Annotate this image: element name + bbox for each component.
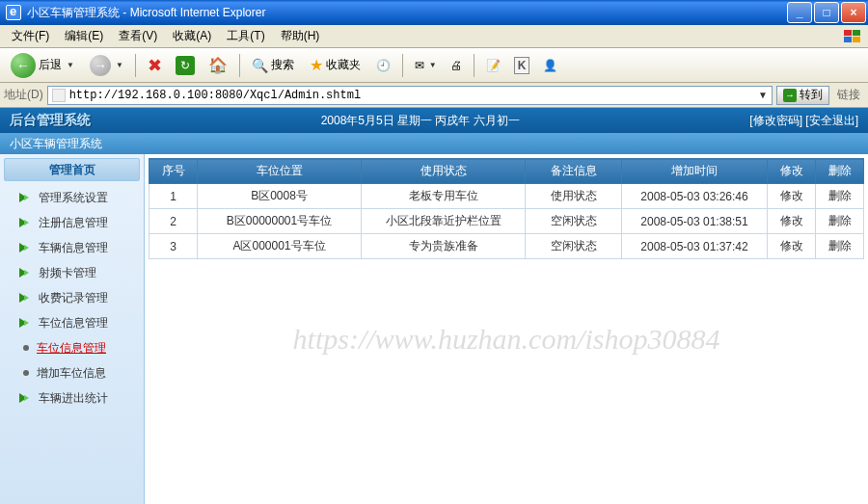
forward-icon: → [90,55,111,76]
forward-dropdown-icon: ▼ [116,61,123,69]
svg-rect-3 [853,37,860,42]
nav-parking-info-manage[interactable]: 车位信息管理 [0,335,144,360]
edit-link[interactable]: 修改 [768,234,816,259]
table-row: 1B区0008号老板专用车位使用状态2008-05-03 03:26:46修改删… [149,184,864,209]
edit-icon: 📝 [486,59,501,72]
print-button[interactable]: 🖨 [446,52,467,79]
col-seq: 序号 [149,159,198,184]
go-button[interactable]: → 转到 [776,86,829,105]
back-button[interactable]: ← 后退 ▼ [6,52,81,79]
go-arrow-icon: → [783,89,797,102]
col-note: 备注信息 [526,159,622,184]
cell-addtime: 2008-05-03 01:38:51 [622,209,768,234]
address-box[interactable]: ▼ [47,86,773,105]
cell-status: 专为贵族准备 [362,234,526,259]
nav-add-parking[interactable]: 增加车位信息 [0,360,144,385]
safe-exit-link[interactable]: [安全退出] [805,114,858,127]
delete-link[interactable]: 删除 [816,184,864,209]
cell-addtime: 2008-05-03 01:37:42 [622,234,768,259]
cell-seq: 2 [149,209,198,234]
menu-help[interactable]: 帮助(H) [273,25,328,47]
refresh-icon: ↻ [176,56,195,75]
edit-link[interactable]: 修改 [768,209,816,234]
stop-button[interactable]: ✖ [143,52,167,79]
history-button[interactable]: 🕘 [371,52,395,79]
table-header-row: 序号 车位位置 使用状态 备注信息 增加时间 修改 删除 [149,159,864,184]
edit-button[interactable]: 📝 [481,52,505,79]
menu-edit[interactable]: 编辑(E) [57,25,111,47]
cell-seq: 1 [149,184,198,209]
links-label[interactable]: 链接 [833,87,864,103]
messenger-icon: 👤 [543,59,557,72]
app-date: 2008年5月5日 星期一 丙戌年 六月初一 [91,113,749,129]
favorites-label: 收藏夹 [326,57,361,73]
search-button[interactable]: 🔍 搜索 [247,52,301,79]
bullet-icon [23,345,29,351]
toolbar-separator [474,54,475,77]
address-dropdown-icon[interactable]: ▼ [758,90,768,100]
discuss-button[interactable]: K [509,52,535,79]
browser-toolbar: ← 后退 ▼ → ▼ ✖ ↻ 🏠 🔍 搜索 ★ 收藏夹 🕘 ✉▼ 🖨 📝 K 👤 [0,48,868,83]
menu-file[interactable]: 文件(F) [4,25,57,47]
menu-tools[interactable]: 工具(T) [219,25,272,47]
arrow-icon [19,243,33,252]
back-dropdown-icon: ▼ [67,61,74,69]
discuss-icon: K [514,57,530,74]
mail-button[interactable]: ✉▼ [410,52,442,79]
sidebar: 管理首页 管理系统设置 注册信息管理 车辆信息管理 射频卡管理 收费记录管理 车… [0,154,145,504]
arrow-icon [19,268,33,278]
nav-vehicle-info[interactable]: 车辆信息管理 [0,235,144,260]
svg-rect-1 [853,30,860,36]
home-button[interactable]: 🏠 [203,52,232,79]
search-label: 搜索 [271,57,294,73]
address-bar: 地址(D) ▼ → 转到 链接 [0,83,868,108]
history-icon: 🕘 [376,59,391,72]
maximize-button[interactable]: □ [814,2,839,23]
col-location: 车位位置 [198,159,362,184]
cell-note: 使用状态 [526,184,622,209]
arrow-icon [19,193,33,202]
svg-rect-0 [844,30,852,36]
nav-vehicle-inout-stats[interactable]: 车辆进出统计 [0,385,144,411]
delete-link[interactable]: 删除 [816,209,864,234]
toolbar-separator [402,54,403,77]
address-input[interactable] [69,89,758,102]
bullet-icon [23,370,29,376]
nav-fee-records[interactable]: 收费记录管理 [0,285,144,310]
menu-bar: 文件(F) 编辑(E) 查看(V) 收藏(A) 工具(T) 帮助(H) [0,25,868,48]
app-subtitle: 小区车辆管理系统 [10,136,102,152]
menu-view[interactable]: 查看(V) [111,25,165,47]
nav-register-info[interactable]: 注册信息管理 [0,210,144,235]
cell-location: A区000001号车位 [198,234,362,259]
favorites-button[interactable]: ★ 收藏夹 [305,52,367,79]
app-header-links: [修改密码] [安全退出] [749,113,858,129]
delete-link[interactable]: 删除 [816,234,864,259]
edit-link[interactable]: 修改 [768,184,816,209]
menu-favorites[interactable]: 收藏(A) [165,25,219,47]
nav-system-settings[interactable]: 管理系统设置 [0,185,144,210]
minimize-button[interactable]: _ [787,2,812,23]
messenger-button[interactable]: 👤 [538,52,562,79]
ie-icon [6,5,21,20]
nav-home[interactable]: 管理首页 [4,158,140,181]
arrow-icon [19,293,33,303]
svg-rect-2 [844,37,852,42]
windows-logo-icon [841,27,864,46]
close-button[interactable]: × [841,2,866,23]
arrow-icon [19,318,33,328]
nav-rfid-card[interactable]: 射频卡管理 [0,260,144,285]
main-area: 管理首页 管理系统设置 注册信息管理 车辆信息管理 射频卡管理 收费记录管理 车… [0,154,868,504]
change-password-link[interactable]: [修改密码] [749,114,802,127]
cell-addtime: 2008-05-03 03:26:46 [622,184,768,209]
cell-status: 小区北段靠近护栏位置 [362,209,526,234]
col-edit: 修改 [768,159,816,184]
data-panel: 序号 车位位置 使用状态 备注信息 增加时间 修改 删除 1B区0008号老板专… [145,154,868,504]
page-content: 后台管理系统 2008年5月5日 星期一 丙戌年 六月初一 [修改密码] [安全… [0,108,868,504]
back-icon: ← [11,53,36,78]
forward-button[interactable]: → ▼ [85,52,128,79]
col-delete: 删除 [816,159,864,184]
nav-parking-info[interactable]: 车位信息管理 [0,310,144,335]
arrow-icon [19,393,33,403]
go-label: 转到 [800,87,823,103]
refresh-button[interactable]: ↻ [171,52,200,79]
